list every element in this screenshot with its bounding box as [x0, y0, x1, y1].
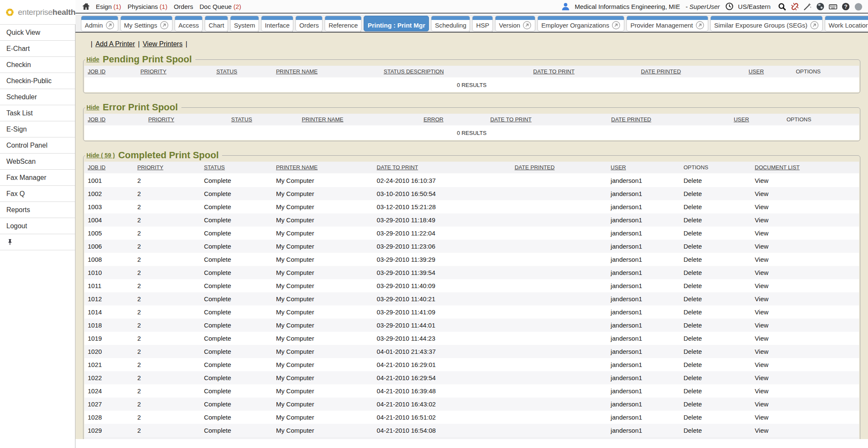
- tab-access[interactable]: Access: [175, 16, 203, 31]
- column-header-priority[interactable]: PRIORITY: [145, 114, 228, 126]
- column-header-priority[interactable]: PRIORITY: [137, 66, 213, 78]
- sidebar-item-control-panel[interactable]: Control Panel: [0, 137, 75, 154]
- delete-link[interactable]: Delete: [684, 361, 702, 368]
- view-printers-link[interactable]: View Printers: [143, 40, 183, 48]
- tab-employer-organizations[interactable]: Employer Organizations: [537, 16, 624, 31]
- tab-chart[interactable]: Chart: [205, 16, 228, 31]
- view-link[interactable]: View: [755, 203, 768, 210]
- delete-link[interactable]: Delete: [684, 348, 702, 355]
- column-header-user[interactable]: USER: [607, 162, 680, 174]
- sidebar-item-e-chart[interactable]: E-Chart: [0, 41, 75, 57]
- column-header-status-description[interactable]: STATUS DESCRIPTION: [380, 66, 530, 78]
- column-header-job-id[interactable]: JOB ID: [84, 162, 134, 174]
- view-link[interactable]: View: [755, 322, 768, 329]
- tab-scheduling[interactable]: Scheduling: [431, 16, 470, 31]
- column-header-date-printed[interactable]: DATE PRINTED: [511, 162, 607, 174]
- keyboard-icon[interactable]: [829, 2, 837, 11]
- tab-admin[interactable]: Admin: [81, 16, 118, 31]
- column-header-job-id[interactable]: JOB ID: [84, 66, 137, 78]
- delete-link[interactable]: Delete: [684, 295, 702, 302]
- nav-link-physicians[interactable]: Physicians(1): [128, 3, 167, 10]
- nav-link-esign[interactable]: Esign(1): [96, 3, 121, 10]
- view-link[interactable]: View: [755, 216, 768, 224]
- tab-similar-exposure-groups-segs[interactable]: Similar Exposure Groups (SEGs): [710, 16, 823, 31]
- sidebar-pin-button[interactable]: [0, 234, 75, 250]
- tab-system[interactable]: System: [230, 16, 259, 31]
- delete-link[interactable]: Delete: [684, 374, 702, 381]
- tab-interface[interactable]: Interface: [261, 16, 293, 31]
- view-link[interactable]: View: [755, 387, 768, 395]
- column-header-date-printed[interactable]: DATE PRINTED: [608, 114, 730, 126]
- sidebar-item-checkin[interactable]: Checkin: [0, 57, 75, 73]
- nav-link-doc-queue[interactable]: Doc Queue(2): [200, 3, 241, 10]
- column-header-document-list[interactable]: DOCUMENT LIST: [751, 162, 859, 174]
- view-link[interactable]: View: [755, 282, 768, 289]
- column-header-date-to-print[interactable]: DATE TO PRINT: [487, 114, 608, 126]
- tab-provider-management[interactable]: Provider Management: [626, 16, 708, 31]
- column-header-user[interactable]: USER: [730, 114, 783, 126]
- globe-icon[interactable]: [816, 2, 825, 11]
- tab-printing-print-mgr[interactable]: Printing : Print Mgr: [364, 16, 429, 31]
- hide-pending-link[interactable]: Hide: [86, 56, 99, 63]
- column-header-printer-name[interactable]: PRINTER NAME: [298, 114, 420, 126]
- sidebar-item-fax-manager[interactable]: Fax Manager: [0, 170, 75, 186]
- column-header-printer-name[interactable]: PRINTER NAME: [273, 162, 373, 174]
- view-link[interactable]: View: [755, 348, 768, 355]
- delete-link[interactable]: Delete: [684, 414, 702, 421]
- sidebar-item-quick-view[interactable]: Quick View: [0, 25, 75, 41]
- delete-link[interactable]: Delete: [684, 308, 702, 316]
- tab-work-locations[interactable]: Work Locations: [825, 16, 868, 31]
- view-link[interactable]: View: [755, 374, 768, 381]
- column-header-priority[interactable]: PRIORITY: [134, 162, 200, 174]
- view-link[interactable]: View: [755, 177, 768, 184]
- column-header-date-to-print[interactable]: DATE TO PRINT: [530, 66, 637, 78]
- broken-link-icon[interactable]: [790, 2, 799, 11]
- column-header-job-id[interactable]: JOB ID: [84, 114, 145, 126]
- sidebar-item-reports[interactable]: Reports: [0, 202, 75, 218]
- sidebar-item-checkin-public[interactable]: Checkin-Public: [0, 73, 75, 89]
- tab-reference[interactable]: Reference: [325, 16, 362, 31]
- hide-completed-link[interactable]: Hide ( 59 ): [86, 152, 115, 159]
- view-link[interactable]: View: [755, 295, 768, 302]
- delete-link[interactable]: Delete: [684, 203, 702, 210]
- delete-link[interactable]: Delete: [684, 216, 702, 224]
- view-link[interactable]: View: [755, 414, 768, 421]
- delete-link[interactable]: Delete: [684, 282, 702, 289]
- add-a-printer-link[interactable]: Add A Printer: [95, 40, 135, 48]
- nav-link-orders[interactable]: Orders: [174, 3, 193, 10]
- sidebar-item-webscan[interactable]: WebScan: [0, 154, 75, 170]
- delete-link[interactable]: Delete: [684, 243, 702, 250]
- search-icon[interactable]: [778, 2, 787, 11]
- view-link[interactable]: View: [755, 190, 768, 197]
- view-link[interactable]: View: [755, 256, 768, 263]
- view-link[interactable]: View: [755, 269, 768, 276]
- sidebar-item-task-list[interactable]: Task List: [0, 105, 75, 121]
- view-link[interactable]: View: [755, 427, 768, 434]
- delete-link[interactable]: Delete: [684, 335, 702, 342]
- column-header-status[interactable]: STATUS: [228, 114, 299, 126]
- view-link[interactable]: View: [755, 308, 768, 316]
- tab-version[interactable]: Version: [495, 16, 535, 31]
- column-header-user[interactable]: USER: [745, 66, 793, 78]
- delete-link[interactable]: Delete: [684, 400, 702, 408]
- view-link[interactable]: View: [755, 243, 768, 250]
- help-icon[interactable]: ?: [841, 2, 850, 11]
- sidebar-item-fax-q[interactable]: Fax Q: [0, 186, 75, 202]
- delete-link[interactable]: Delete: [684, 427, 702, 434]
- sidebar-item-e-sign[interactable]: E-Sign: [0, 121, 75, 137]
- sidebar-item-scheduler[interactable]: Scheduler: [0, 89, 75, 105]
- view-link[interactable]: View: [755, 400, 768, 408]
- delete-link[interactable]: Delete: [684, 256, 702, 263]
- tab-orders[interactable]: Orders: [295, 16, 323, 31]
- wand-icon[interactable]: [803, 2, 812, 11]
- delete-link[interactable]: Delete: [684, 190, 702, 197]
- column-header-date-printed[interactable]: DATE PRINTED: [637, 66, 745, 78]
- column-header-status[interactable]: STATUS: [213, 66, 273, 78]
- view-link[interactable]: View: [755, 361, 768, 368]
- sidebar-item-logout[interactable]: Logout: [0, 218, 75, 234]
- view-link[interactable]: View: [755, 335, 768, 342]
- delete-link[interactable]: Delete: [684, 269, 702, 276]
- column-header-date-to-print[interactable]: DATE TO PRINT: [373, 162, 511, 174]
- view-link[interactable]: View: [755, 230, 768, 237]
- delete-link[interactable]: Delete: [684, 230, 702, 237]
